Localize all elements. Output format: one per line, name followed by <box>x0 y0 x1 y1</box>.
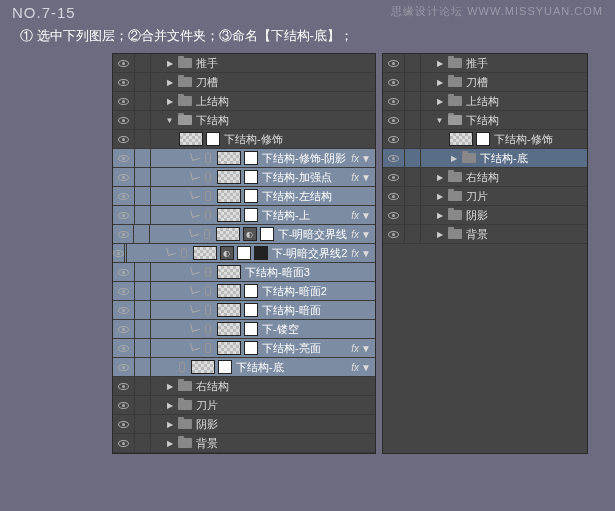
layer-row[interactable]: 下-镂空 <box>113 320 375 339</box>
layer-label[interactable]: 上结构 <box>466 94 499 109</box>
chevron-down-icon[interactable]: ▼ <box>361 172 371 183</box>
layer-thumbnail[interactable] <box>217 341 241 355</box>
mask-thumbnail[interactable] <box>206 132 220 146</box>
layer-row[interactable]: 下结构-修饰 <box>383 130 587 149</box>
mask-thumbnail[interactable] <box>244 303 258 317</box>
layer-label[interactable]: 下-明暗交界线 <box>278 227 348 242</box>
visibility-toggle[interactable] <box>383 168 405 186</box>
layer-label[interactable]: 右结构 <box>466 170 499 185</box>
lock-column[interactable] <box>135 282 151 300</box>
layer-row[interactable]: ▶刀片 <box>383 187 587 206</box>
fx-badge[interactable]: fx▼ <box>351 343 371 354</box>
visibility-toggle[interactable] <box>113 301 135 319</box>
layer-label[interactable]: 下结构-修饰 <box>494 132 553 147</box>
mask-thumbnail[interactable] <box>476 132 490 146</box>
chevron-down-icon[interactable]: ▼ <box>361 248 371 259</box>
layer-row[interactable]: 下结构-暗面2 <box>113 282 375 301</box>
lock-column[interactable] <box>135 130 151 148</box>
visibility-toggle[interactable] <box>383 225 405 243</box>
lock-column[interactable] <box>405 130 421 148</box>
layer-label[interactable]: 下结构-底 <box>236 360 284 375</box>
visibility-toggle[interactable] <box>113 73 135 91</box>
layer-thumbnail[interactable] <box>217 208 241 222</box>
twisty-icon[interactable]: ▶ <box>165 401 174 410</box>
lock-column[interactable] <box>135 434 151 452</box>
twisty-icon[interactable]: ▶ <box>449 154 458 163</box>
visibility-toggle[interactable] <box>113 92 135 110</box>
visibility-toggle[interactable] <box>113 149 135 167</box>
lock-column[interactable] <box>135 358 151 376</box>
twisty-icon[interactable]: ▶ <box>435 59 444 68</box>
visibility-toggle[interactable] <box>113 358 135 376</box>
layer-label[interactable]: 下结构-暗面3 <box>245 265 310 280</box>
lock-column[interactable] <box>135 187 151 205</box>
layer-label[interactable]: 右结构 <box>196 379 229 394</box>
lock-column[interactable] <box>405 92 421 110</box>
layer-label[interactable]: 下结构-暗面 <box>262 303 321 318</box>
layer-label[interactable]: 下结构-加强点 <box>262 170 332 185</box>
layer-label[interactable]: 刀片 <box>196 398 218 413</box>
layer-label[interactable]: 下结构 <box>196 113 229 128</box>
twisty-icon[interactable]: ▶ <box>165 382 174 391</box>
visibility-toggle[interactable] <box>113 263 135 281</box>
layer-label[interactable]: 下结构-左结构 <box>262 189 332 204</box>
layer-row[interactable]: ▶刀片 <box>113 396 375 415</box>
layer-row[interactable]: 下结构-暗面 <box>113 301 375 320</box>
layer-label[interactable]: 下结构-修饰-阴影 <box>262 151 346 166</box>
layer-row[interactable]: ▶刀槽 <box>383 73 587 92</box>
twisty-icon[interactable]: ▶ <box>435 211 444 220</box>
lock-column[interactable] <box>405 54 421 72</box>
lock-column[interactable] <box>135 168 151 186</box>
layer-label[interactable]: 下-镂空 <box>262 322 299 337</box>
layer-row[interactable]: ▶右结构 <box>383 168 587 187</box>
lock-column[interactable] <box>135 149 151 167</box>
layer-row[interactable]: 下结构-底fx▼ <box>113 358 375 377</box>
layer-row[interactable]: ▶推手 <box>383 54 587 73</box>
layer-label[interactable]: 下结构-亮面 <box>262 341 321 356</box>
visibility-toggle[interactable] <box>113 244 125 262</box>
twisty-icon[interactable]: ▶ <box>165 97 174 106</box>
chevron-down-icon[interactable]: ▼ <box>361 229 371 240</box>
layer-row[interactable]: ▶上结构 <box>113 92 375 111</box>
layer-thumbnail[interactable] <box>216 227 240 241</box>
visibility-toggle[interactable] <box>383 149 405 167</box>
layer-thumbnail[interactable] <box>217 284 241 298</box>
layer-row[interactable]: ◐下-明暗交界线2fx▼ <box>113 244 375 263</box>
mask-thumbnail[interactable] <box>244 170 258 184</box>
layer-thumbnail[interactable] <box>217 170 241 184</box>
fx-badge[interactable]: fx▼ <box>351 229 371 240</box>
layer-label[interactable]: 刀槽 <box>466 75 488 90</box>
layer-thumbnail[interactable] <box>449 132 473 146</box>
chevron-down-icon[interactable]: ▼ <box>361 210 371 221</box>
layer-thumbnail[interactable] <box>217 265 241 279</box>
lock-column[interactable] <box>405 206 421 224</box>
layer-label[interactable]: 下结构-底 <box>480 151 528 166</box>
layer-thumbnail[interactable] <box>217 151 241 165</box>
fx-badge[interactable]: fx▼ <box>351 362 371 373</box>
mask-thumbnail[interactable] <box>244 189 258 203</box>
layer-thumbnail[interactable] <box>179 132 203 146</box>
visibility-toggle[interactable] <box>113 339 135 357</box>
fx-badge[interactable]: fx▼ <box>351 210 371 221</box>
twisty-icon[interactable]: ▶ <box>165 439 174 448</box>
fx-badge[interactable]: fx▼ <box>351 172 371 183</box>
visibility-toggle[interactable] <box>113 54 135 72</box>
layer-row[interactable]: ▶阴影 <box>113 415 375 434</box>
visibility-toggle[interactable] <box>383 73 405 91</box>
mask-thumbnail[interactable] <box>237 246 251 260</box>
layer-thumbnail[interactable] <box>217 303 241 317</box>
lock-column[interactable] <box>135 320 151 338</box>
twisty-icon[interactable]: ▶ <box>435 173 444 182</box>
lock-column[interactable] <box>405 111 421 129</box>
visibility-toggle[interactable] <box>113 111 135 129</box>
twisty-icon[interactable]: ▶ <box>435 230 444 239</box>
lock-column[interactable] <box>135 54 151 72</box>
layer-row[interactable]: 下结构-暗面3 <box>113 263 375 282</box>
twisty-icon[interactable]: ▶ <box>435 97 444 106</box>
chevron-down-icon[interactable]: ▼ <box>361 153 371 164</box>
mask-thumbnail[interactable] <box>260 227 274 241</box>
visibility-toggle[interactable] <box>113 320 135 338</box>
chevron-down-icon[interactable]: ▼ <box>361 362 371 373</box>
visibility-toggle[interactable] <box>113 377 135 395</box>
chevron-down-icon[interactable]: ▼ <box>361 343 371 354</box>
